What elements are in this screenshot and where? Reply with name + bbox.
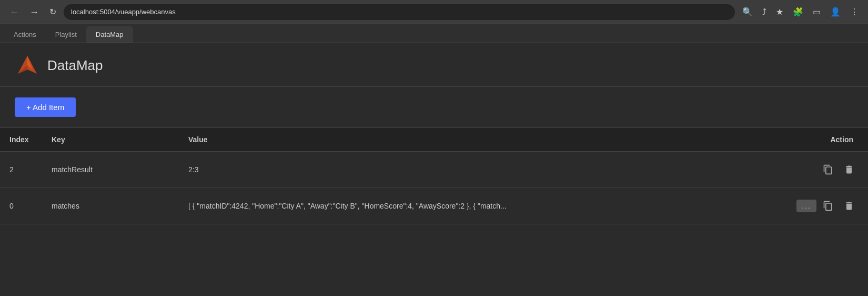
add-item-button[interactable]: + Add Item xyxy=(15,97,76,117)
tab-actions[interactable]: Actions xyxy=(4,26,46,43)
app-title: DataMap xyxy=(47,57,103,74)
table-header-row: Index Key Value Action xyxy=(0,128,868,152)
cell-index-0: 2 xyxy=(0,152,42,188)
copy-button-1[interactable] xyxy=(819,198,837,214)
cell-action-0 xyxy=(784,152,868,188)
action-group-0 xyxy=(793,161,859,178)
address-bar[interactable] xyxy=(64,4,735,20)
col-header-action: Action xyxy=(784,128,868,152)
extensions-button[interactable]: 🧩 xyxy=(790,5,806,19)
tab-playlist[interactable]: Playlist xyxy=(46,26,86,43)
reload-button[interactable]: ↻ xyxy=(46,5,59,19)
profile-button[interactable]: 👤 xyxy=(827,5,844,19)
share-button[interactable]: ⤴ xyxy=(759,5,770,19)
data-table: Index Key Value Action 2 matchResult 2:3 xyxy=(0,128,868,224)
back-button[interactable]: ← xyxy=(6,5,22,19)
col-header-value: Value xyxy=(179,128,784,152)
cell-value-0: 2:3 xyxy=(179,152,784,188)
delete-button-1[interactable] xyxy=(840,198,859,214)
copy-button-0[interactable] xyxy=(819,161,837,178)
forward-button[interactable]: → xyxy=(26,5,42,19)
sidebar-button[interactable]: ▭ xyxy=(810,5,824,19)
table-row: 0 matches [ { "matchID":4242, "Home":"Ci… xyxy=(0,188,868,224)
expand-button-1[interactable]: ... xyxy=(796,200,816,212)
cell-key-1: matches xyxy=(42,188,179,224)
bookmark-button[interactable]: ★ xyxy=(773,5,786,19)
zoom-button[interactable]: 🔍 xyxy=(739,5,756,19)
app-logo-icon xyxy=(16,54,39,77)
delete-button-0[interactable] xyxy=(840,161,859,178)
cell-value-1: [ { "matchID":4242, "Home":"City A", "Aw… xyxy=(179,188,784,224)
cell-key-0: matchResult xyxy=(42,152,179,188)
trash-icon xyxy=(844,164,854,175)
app-header: DataMap xyxy=(0,43,868,87)
cell-index-1: 0 xyxy=(0,188,42,224)
browser-toolbar-icons: 🔍 ⤴ ★ 🧩 ▭ 👤 ⋮ xyxy=(739,5,862,19)
copy-icon xyxy=(823,201,833,211)
toolbar: + Add Item xyxy=(0,87,868,128)
copy-icon xyxy=(823,164,833,175)
col-header-key: Key xyxy=(42,128,179,152)
browser-chrome: ← → ↻ 🔍 ⤴ ★ 🧩 ▭ 👤 ⋮ xyxy=(0,0,868,24)
action-group-1: ... xyxy=(793,198,859,214)
col-header-index: Index xyxy=(0,128,42,152)
browser-tabs: Actions Playlist DataMap xyxy=(0,24,868,43)
trash-icon xyxy=(844,201,854,211)
tab-datamap[interactable]: DataMap xyxy=(86,26,133,43)
menu-button[interactable]: ⋮ xyxy=(847,5,862,19)
table-row: 2 matchResult 2:3 xyxy=(0,152,868,188)
cell-action-1: ... xyxy=(784,188,868,224)
